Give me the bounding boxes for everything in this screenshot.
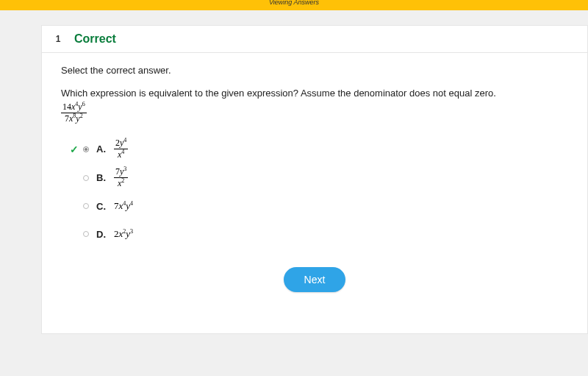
radio-d[interactable] <box>83 231 89 237</box>
answer-option-a[interactable]: ✓ A. 2y4 x4 <box>70 138 568 160</box>
option-expression: 7y3 x2 <box>114 166 128 189</box>
card-body: Select the correct answer. Which express… <box>42 53 587 307</box>
instruction-text: Select the correct answer. <box>61 65 568 76</box>
page-header: Viewing Answers <box>0 0 588 10</box>
answer-option-c[interactable]: C. 7x4y4 <box>70 195 568 217</box>
answer-list: ✓ A. 2y4 x4 B. <box>70 138 568 245</box>
option-expression: 2x2y3 <box>114 228 133 240</box>
card-header: 1 Correct <box>42 26 587 53</box>
next-button[interactable]: Next <box>284 267 346 292</box>
radio-a[interactable] <box>83 146 89 152</box>
answer-option-b[interactable]: B. 7y3 x2 <box>70 166 568 189</box>
option-expression: 2y4 x4 <box>114 138 128 160</box>
answer-option-d[interactable]: D. 2x2y3 <box>70 223 568 245</box>
given-expression: 14x4y6 7x8y2 <box>61 102 568 124</box>
option-letter: A. <box>96 143 114 155</box>
radio-b[interactable] <box>83 175 89 181</box>
option-letter: B. <box>96 172 114 183</box>
option-letter: D. <box>96 229 114 240</box>
header-title: Viewing Answers <box>269 0 319 6</box>
check-icon: ✓ <box>70 143 83 155</box>
prompt-text: Which expression is equivalent to the gi… <box>61 88 568 99</box>
status-label: Correct <box>74 32 116 46</box>
option-letter: C. <box>96 201 114 212</box>
question-number: 1 <box>49 32 67 46</box>
given-fraction: 14x4y6 7x8y2 <box>61 102 87 124</box>
radio-c[interactable] <box>83 203 89 209</box>
option-expression: 7x4y4 <box>114 200 133 212</box>
question-card: 1 Correct Select the correct answer. Whi… <box>41 25 588 334</box>
